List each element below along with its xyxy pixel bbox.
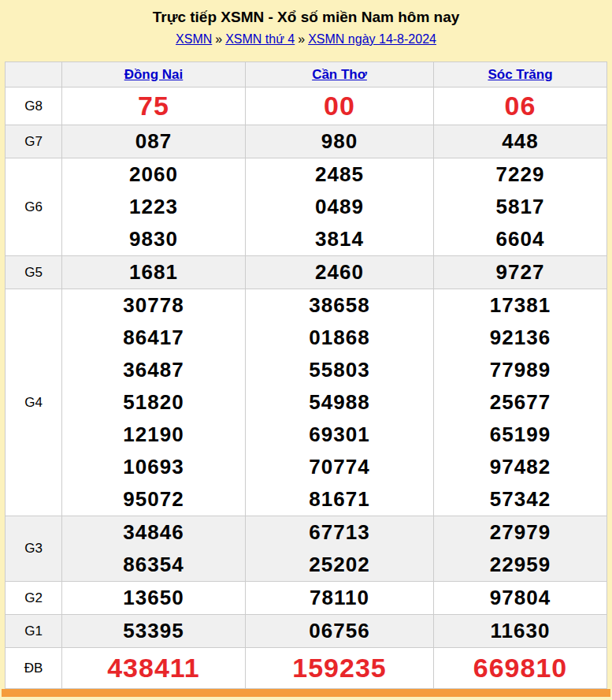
prize-number: 38658: [246, 289, 433, 322]
results-tbody: G8750006G7087980448G62060122398302485048…: [6, 88, 607, 689]
province-link[interactable]: Cần Thơ: [312, 67, 367, 82]
prize-number: 12190: [62, 419, 245, 451]
prize-numbers-cell: 06: [434, 88, 607, 125]
prize-numbers-cell: 448: [434, 125, 607, 158]
prize-number: 25677: [434, 386, 606, 419]
prize-number: 159235: [246, 648, 433, 688]
prize-numbers-cell: 75: [62, 88, 246, 125]
province-link[interactable]: Sóc Trăng: [488, 67, 552, 82]
prize-numbers-cell: 53395: [62, 615, 246, 648]
prize-row-g8: G8750006: [6, 88, 607, 125]
prize-label: G7: [6, 125, 62, 158]
prize-number: 86354: [62, 549, 245, 581]
prize-number: 22959: [434, 549, 606, 581]
prize-numbers-cell: 2460: [246, 256, 434, 289]
prize-row-g5: G5168124609727: [6, 256, 607, 289]
prize-number: 30778: [62, 289, 245, 322]
next-section-top-bar: [2, 689, 610, 697]
prize-number: 669810: [434, 648, 606, 688]
prize-label: G4: [6, 289, 62, 516]
prize-row-g4: G430778864173648751820121901069395072386…: [6, 289, 607, 516]
breadcrumb-link-xsmn-thu4[interactable]: XSMN thứ 4: [225, 32, 295, 46]
prize-numbers-cell: 3484686354: [62, 516, 246, 582]
prize-numbers-cell: 97804: [434, 582, 607, 615]
breadcrumb-link-xsmn[interactable]: XSMN: [176, 32, 212, 46]
province-link[interactable]: Đồng Nai: [124, 67, 184, 82]
prize-number: 86417: [62, 322, 245, 354]
prize-number: 2060: [62, 158, 245, 191]
prize-numbers-cell: 30778864173648751820121901069395072: [62, 289, 246, 516]
prize-row-g2: G2136507811097804: [6, 582, 607, 615]
breadcrumb-separator: »: [215, 32, 222, 46]
prize-numbers-cell: 087: [62, 125, 246, 158]
prize-label: G3: [6, 516, 62, 582]
prize-numbers-cell: 669810: [434, 648, 607, 689]
prize-number: 6604: [434, 223, 606, 255]
prize-number: 77989: [434, 354, 606, 386]
prize-number: 01868: [246, 322, 433, 354]
prize-number: 81671: [246, 483, 433, 516]
prize-number: 0489: [246, 191, 433, 223]
prize-number: 75: [62, 88, 245, 125]
column-header-dong-nai: Đồng Nai: [62, 62, 246, 88]
prize-number: 92136: [434, 322, 606, 354]
prize-numbers-cell: 13650: [62, 582, 246, 615]
prize-number: 97482: [434, 451, 606, 483]
prize-number: 78110: [246, 582, 433, 614]
prize-number: 34846: [62, 516, 245, 549]
prize-number: 980: [246, 125, 433, 158]
prize-number: 17381: [434, 289, 606, 322]
corner-cell: [6, 62, 62, 88]
prize-numbers-cell: 159235: [246, 648, 434, 689]
prize-number: 67713: [246, 516, 433, 549]
prize-numbers-cell: 1681: [62, 256, 246, 289]
prize-numbers-cell: 11630: [434, 615, 607, 648]
prize-number: 54988: [246, 386, 433, 419]
prize-label: G5: [6, 256, 62, 289]
prize-number: 9830: [62, 223, 245, 255]
prize-number: 5817: [434, 191, 606, 223]
prize-numbers-cell: 9727: [434, 256, 607, 289]
prize-numbers-cell: 722958176604: [434, 158, 607, 256]
prize-number: 95072: [62, 483, 245, 516]
prize-number: 06: [434, 88, 606, 125]
prize-number: 3814: [246, 223, 433, 255]
prize-numbers-cell: 2797922959: [434, 516, 607, 582]
prize-numbers-cell: 17381921367798925677651999748257342: [434, 289, 607, 516]
prize-number: 69301: [246, 419, 433, 451]
breadcrumb-link-xsmn-date[interactable]: XSMN ngày 14-8-2024: [308, 32, 436, 46]
prize-number: 9727: [434, 256, 606, 289]
prize-row-g7: G7087980448: [6, 125, 607, 158]
prize-number: 51820: [62, 386, 245, 419]
prize-label: G2: [6, 582, 62, 615]
column-header-soc-trang: Sóc Trăng: [434, 62, 607, 88]
prize-numbers-cell: 78110: [246, 582, 434, 615]
prize-row-g6: G6206012239830248504893814722958176604: [6, 158, 607, 256]
prize-number: 10693: [62, 451, 245, 483]
table-header-row: Đồng Nai Cần Thơ Sóc Trăng: [6, 62, 607, 88]
prize-number: 7229: [434, 158, 606, 191]
column-header-can-tho: Cần Thơ: [246, 62, 434, 88]
prize-numbers-cell: 206012239830: [62, 158, 246, 256]
prize-row-db: ĐB438411159235669810: [6, 648, 607, 689]
prize-row-g3: G3348468635467713252022797922959: [6, 516, 607, 582]
prize-label: G8: [6, 88, 62, 125]
prize-number: 13650: [62, 582, 245, 614]
prize-number: 438411: [62, 648, 245, 688]
prize-number: 27979: [434, 516, 606, 549]
prize-number: 53395: [62, 615, 245, 647]
prize-number: 00: [246, 88, 433, 125]
prize-numbers-cell: 438411: [62, 648, 246, 689]
prize-number: 06756: [246, 615, 433, 647]
prize-number: 55803: [246, 354, 433, 386]
prize-label: ĐB: [6, 648, 62, 689]
prize-number: 57342: [434, 483, 606, 516]
prize-number: 11630: [434, 615, 606, 647]
prize-number: 36487: [62, 354, 245, 386]
prize-number: 25202: [246, 549, 433, 581]
breadcrumb-separator: »: [298, 32, 305, 46]
breadcrumb: XSMN»XSMN thứ 4»XSMN ngày 14-8-2024: [0, 32, 612, 47]
prize-number: 2485: [246, 158, 433, 191]
prize-number: 97804: [434, 582, 606, 614]
prize-label: G1: [6, 615, 62, 648]
